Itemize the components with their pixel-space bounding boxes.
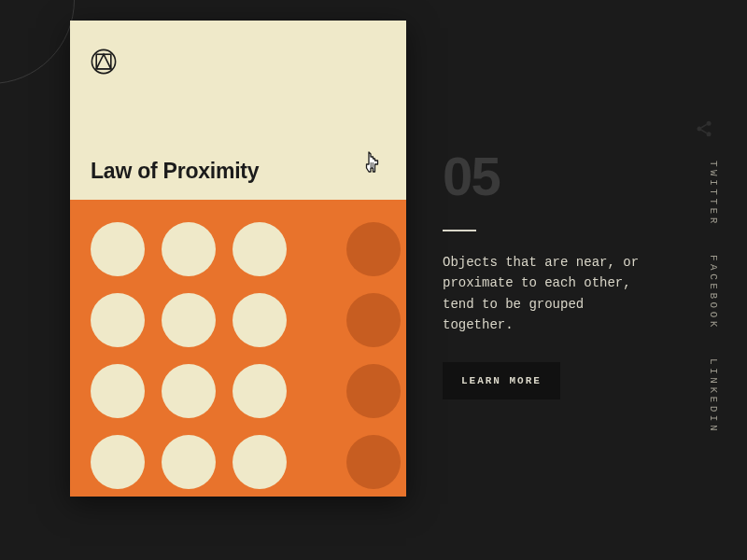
proximity-dot <box>233 222 287 276</box>
proximity-dot-separate <box>346 435 401 489</box>
svg-point-4 <box>707 121 712 126</box>
svg-point-5 <box>698 127 702 132</box>
proximity-gap <box>303 364 330 418</box>
proximity-dot-separate <box>346 222 401 276</box>
social-link-facebook[interactable]: FACEBOOK <box>708 255 719 330</box>
proximity-dot <box>91 364 145 418</box>
law-card: Law of Proximity <box>70 21 406 497</box>
proximity-gap <box>303 222 330 276</box>
law-number: 05 <box>443 149 667 203</box>
proximity-dot <box>233 435 287 489</box>
proximity-dot <box>162 222 216 276</box>
proximity-dot <box>91 222 145 276</box>
social-link-linkedin[interactable]: LINKEDIN <box>708 358 719 434</box>
law-description: Objects that are near, or proximate to e… <box>443 252 648 336</box>
proximity-gap <box>303 435 330 489</box>
proximity-dot <box>91 293 145 347</box>
card-title: Law of Proximity <box>91 159 259 184</box>
proximity-dot <box>233 364 287 418</box>
card-illustration <box>70 200 406 497</box>
divider <box>443 230 476 231</box>
brand-logo-icon <box>91 49 117 75</box>
dot-grid <box>91 222 386 489</box>
share-icon[interactable] <box>695 119 713 138</box>
proximity-dot <box>162 364 216 418</box>
content-panel: 05 Objects that are near, or proximate t… <box>443 149 667 399</box>
proximity-dot <box>233 293 287 347</box>
proximity-dot <box>162 435 216 489</box>
proximity-gap <box>303 293 330 347</box>
proximity-dot-separate <box>346 293 401 347</box>
svg-point-6 <box>707 132 712 136</box>
svg-rect-1 <box>96 54 111 69</box>
social-links: TWITTER FACEBOOK LINKEDIN <box>708 161 719 434</box>
proximity-dot <box>162 293 216 347</box>
proximity-dot <box>91 435 145 489</box>
decorative-arc <box>0 0 75 84</box>
learn-more-button[interactable]: LEARN MORE <box>443 362 560 399</box>
social-link-twitter[interactable]: TWITTER <box>708 161 719 227</box>
pointer-cursor-icon <box>361 151 382 175</box>
proximity-dot-separate <box>346 364 401 418</box>
